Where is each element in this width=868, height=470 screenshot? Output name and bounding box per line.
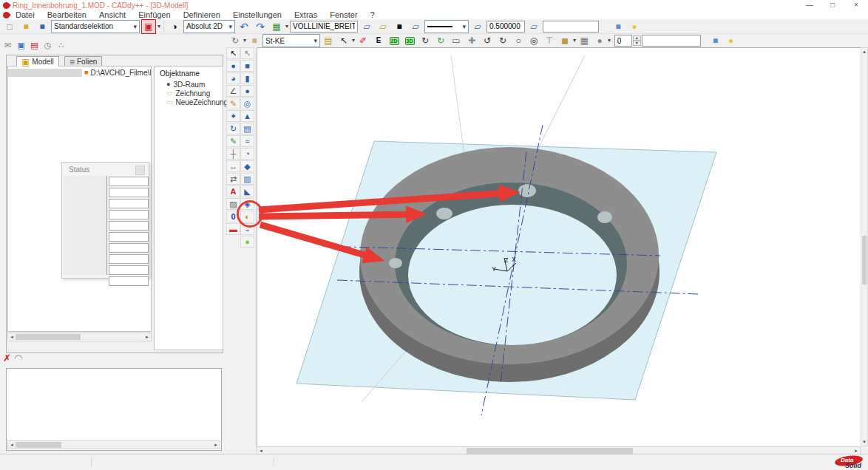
scroll-right-icon[interactable]: ▸ <box>143 333 151 341</box>
selection-mode-combo[interactable]: Standardselektion▾ <box>51 20 140 33</box>
message-hscroll-thumb[interactable] <box>16 442 61 448</box>
workplane-button[interactable]: ■ <box>247 33 262 48</box>
layer-visibility-button[interactable]: ▱ <box>376 19 390 34</box>
coordinate-system-combo[interactable]: St-KE▾ <box>262 34 320 47</box>
tree-hscrollbar[interactable]: ◂ ▸ <box>7 333 152 341</box>
object-item-neuezeichnung[interactable]: ▭NeueZeichnung <box>166 98 223 106</box>
sphere-view-button[interactable]: ● <box>226 60 240 72</box>
zoom-page-button[interactable]: ◎ <box>526 33 541 48</box>
coordinate-mode-combo[interactable]: Absolut 2D▾ <box>183 20 235 33</box>
layer-width-button[interactable]: ▱ <box>526 19 541 34</box>
cylinder-solid-button[interactable]: ▮ <box>240 72 254 84</box>
tsquare-button[interactable]: ⊤ <box>542 33 557 48</box>
zoom-previous-button[interactable]: ↺ <box>480 33 495 48</box>
solid-select-button[interactable]: ↖ <box>240 47 254 59</box>
chamfer-button[interactable]: ◣ <box>240 185 254 197</box>
menu-help[interactable]: ? <box>365 10 380 19</box>
dimension-button[interactable]: ↔ <box>226 160 240 172</box>
layer-linestyle-button[interactable]: ▱ <box>470 19 485 34</box>
transform-button[interactable]: ⇄ <box>226 173 240 185</box>
doc-red-icon[interactable]: ▤ <box>29 41 40 50</box>
point-button[interactable]: ┼ <box>226 148 240 160</box>
status-field[interactable] <box>109 243 149 253</box>
status-field[interactable] <box>109 276 149 286</box>
revolve-button[interactable]: ◔ <box>240 148 254 160</box>
status-window[interactable]: Status <box>61 162 149 279</box>
scroll-left-icon[interactable]: ◂ <box>8 441 16 449</box>
sphere-green-button[interactable]: ● <box>240 236 254 248</box>
redo-button[interactable]: ↷ <box>253 19 268 34</box>
render-mode-button[interactable]: ◼ <box>557 33 572 48</box>
thread-button[interactable]: ▥ <box>240 173 254 185</box>
select-tool-button[interactable]: ↖ <box>226 47 240 59</box>
render-dropdown-icon[interactable]: ▾ <box>573 38 576 44</box>
menu-ansicht[interactable]: Ansicht <box>94 10 131 19</box>
mouse-icon[interactable]: ◠ <box>14 353 22 363</box>
layer-assign-button[interactable]: ▱ <box>359 19 374 34</box>
view-2d-button[interactable]: 2D <box>387 33 401 48</box>
grid-dropdown-icon[interactable]: ▾ <box>285 24 288 30</box>
line-type-input[interactable] <box>290 21 358 33</box>
box-solid-button[interactable]: ■ <box>240 60 254 72</box>
mail-icon[interactable]: ✉ <box>2 41 13 50</box>
view-extra-input[interactable] <box>642 35 701 47</box>
view-rotate-dropdown-icon[interactable]: ▾ <box>243 38 246 44</box>
extrude-button[interactable]: ▤ <box>240 123 254 134</box>
tree-hscroll-thumb[interactable] <box>16 334 81 340</box>
scroll-right-icon[interactable]: ▸ <box>212 441 220 449</box>
status-field[interactable] <box>109 210 149 219</box>
detail-spinner-input[interactable] <box>614 35 632 47</box>
status-field[interactable] <box>109 254 149 264</box>
measure-button[interactable]: ∠ <box>226 85 240 97</box>
delete-icon[interactable]: ✗ <box>3 353 11 363</box>
view-visibility-button[interactable]: ● <box>724 33 739 48</box>
pick-button[interactable]: ↖ <box>336 33 351 48</box>
layer-manager-button[interactable]: ■ <box>611 19 625 34</box>
pick-dropdown-icon[interactable]: ▾ <box>352 38 355 44</box>
menu-fenster[interactable]: Fenster <box>325 10 362 19</box>
transparency-button[interactable]: ▦ <box>577 33 591 48</box>
origin-button[interactable]: ◑ <box>167 19 182 34</box>
shading-button[interactable]: ● <box>592 33 607 48</box>
line-style-combo[interactable]: ▾ <box>424 20 469 33</box>
detail-spinner[interactable]: ▴▾ <box>614 35 641 47</box>
pan-button[interactable]: ✚ <box>464 33 479 48</box>
menu-bearbeiten[interactable]: Bearbeiten <box>42 10 92 19</box>
viewport-vscroll-thumb[interactable] <box>862 236 867 285</box>
status-field[interactable] <box>109 199 149 208</box>
cone-solid-button[interactable]: ▲ <box>240 110 254 122</box>
message-hscrollbar[interactable]: ◂ ▸ <box>7 440 220 449</box>
zoom-all-button[interactable]: ○ <box>511 33 526 48</box>
scroll-left-icon[interactable]: ◂ <box>8 333 16 341</box>
new-file-button[interactable]: □ <box>2 19 17 34</box>
view-layer-button[interactable]: ■ <box>708 33 723 48</box>
color-swatch-button[interactable]: ■ <box>392 19 407 34</box>
spinner-up-icon[interactable]: ▴ <box>633 35 641 41</box>
object-item-zeichnung[interactable]: ▭Zeichnung <box>166 89 223 98</box>
probe-button[interactable]: ✐ <box>356 33 370 48</box>
page-visibility-button[interactable]: ▤ <box>321 33 336 48</box>
zoom-window-button[interactable]: ▭ <box>449 33 464 48</box>
view-3d-button[interactable]: 3D <box>402 33 417 48</box>
grid-button[interactable]: ▦ <box>269 19 284 34</box>
erase-button[interactable]: ▬ <box>226 223 240 235</box>
extra-input[interactable] <box>543 21 599 33</box>
menu-definieren[interactable]: Definieren <box>178 10 226 19</box>
tree-item-model-file[interactable]: ■ D:\AVCHD_Filme\Lernvideos\BeckerCAD 3D… <box>8 68 152 77</box>
viewport-3d[interactable]: Z X Y <box>257 47 861 446</box>
menu-einfuegen[interactable]: Einfügen <box>133 10 175 19</box>
open-file-button[interactable]: ■ <box>18 19 33 34</box>
render-sphere-button[interactable]: ◕ <box>226 72 240 84</box>
view-rotate-button[interactable]: ↻ <box>228 33 243 48</box>
spinner-down-icon[interactable]: ▾ <box>633 41 641 46</box>
text-button[interactable]: A <box>226 185 240 197</box>
torus-solid-button[interactable]: ◎ <box>240 98 254 109</box>
status-field[interactable] <box>109 177 149 186</box>
sphere-solid-button[interactable]: ● <box>240 85 254 97</box>
restore-button[interactable]: □ <box>830 1 835 9</box>
element-button[interactable]: E <box>371 33 386 48</box>
menu-einstellungen[interactable]: Einstellungen <box>228 10 287 19</box>
status-close-button[interactable] <box>135 166 145 175</box>
rotate-model-button[interactable]: ↻ <box>433 33 448 48</box>
status-field[interactable] <box>109 188 149 197</box>
